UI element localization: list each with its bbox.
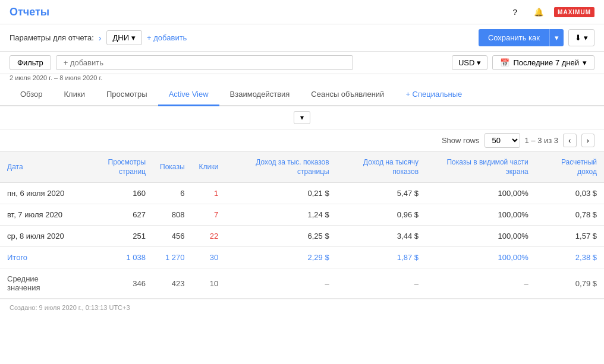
cell-pageviews-1: 160 — [76, 183, 153, 204]
date-range-subtitle: 2 июля 2020 г. – 8 июля 2020 г. — [0, 74, 604, 84]
cell-avg-viewable: – — [426, 268, 536, 299]
top-bar-icons: ? 🔔 МAXIMUM — [507, 4, 594, 20]
filter-input[interactable] — [56, 55, 353, 70]
date-range-dropdown-icon: ▾ — [583, 58, 587, 67]
tab-special[interactable]: + Специальные — [397, 84, 470, 106]
show-rows-label: Show rows — [442, 136, 480, 145]
cell-total-label: Итого — [0, 247, 76, 268]
notifications-button[interactable]: 🔔 — [530, 4, 547, 20]
bell-icon: 🔔 — [534, 8, 544, 17]
cell-pageviews-2: 627 — [76, 204, 153, 226]
filter-button[interactable]: Фильтр — [10, 55, 51, 70]
cell-viewable-2: 100,00% — [426, 204, 536, 226]
top-bar: Отчеты ? 🔔 МAXIMUM — [0, 0, 604, 24]
cell-rev-page-2: 1,24 $ — [225, 204, 336, 226]
save-btn-group: Сохранить как ▾ ⬇ ▾ — [479, 29, 594, 46]
col-header-est-revenue: Расчетный доход — [536, 152, 604, 183]
download-arrow-icon: ▾ — [584, 33, 588, 42]
table-avg-row: Средние значения 346 423 10 – – – 0,79 $ — [0, 268, 604, 299]
content-area: ▾ Show rows 50 100 200 1 – 3 из 3 ‹ › Да… — [0, 106, 604, 316]
cell-avg-rev-page: – — [225, 268, 336, 299]
cell-clicks-2: 7 — [192, 204, 226, 226]
tab-overview[interactable]: Обзор — [10, 84, 54, 106]
table-total-row: Итого 1 038 1 270 30 2,29 $ 1,87 $ 100,0… — [0, 247, 604, 268]
tab-ad-sessions[interactable]: Сеансы объявлений — [300, 84, 395, 106]
days-dropdown-icon: ▾ — [131, 33, 136, 42]
cell-total-rev-page: 2,29 $ — [225, 247, 336, 268]
chart-toggle-icon: ▾ — [300, 113, 304, 122]
cell-avg-rev-imp: – — [336, 268, 426, 299]
cell-pageviews-3: 251 — [76, 226, 153, 247]
tab-pageviews[interactable]: Просмотры — [96, 84, 158, 106]
cell-avg-pageviews: 346 — [76, 268, 153, 299]
cell-avg-clicks: 10 — [192, 268, 226, 299]
help-button[interactable]: ? — [507, 4, 523, 20]
currency-selector[interactable]: USD ▾ — [452, 55, 487, 70]
cell-impressions-3: 456 — [153, 226, 191, 247]
prev-page-button[interactable]: ‹ — [563, 134, 576, 147]
tab-clicks[interactable]: Клики — [54, 84, 96, 106]
cell-rev-imp-3: 3,44 $ — [336, 226, 426, 247]
cell-clicks-3: 22 — [192, 226, 226, 247]
cell-total-clicks: 30 — [192, 247, 226, 268]
cell-date-1: пн, 6 июля 2020 — [0, 183, 76, 204]
cell-total-viewable: 100,00% — [426, 247, 536, 268]
currency-label: USD — [458, 58, 474, 67]
help-icon: ? — [512, 8, 517, 17]
save-as-dropdown-button[interactable]: ▾ — [549, 29, 564, 46]
cell-date-3: ср, 8 июля 2020 — [0, 226, 76, 247]
save-dropdown-icon: ▾ — [555, 33, 559, 42]
download-button[interactable]: ⬇ ▾ — [568, 29, 594, 46]
date-range-button[interactable]: 📅 Последние 7 дней ▾ — [492, 55, 594, 70]
filter-bar: Фильтр USD ▾ 📅 Последние 7 дней ▾ — [0, 52, 604, 74]
chart-toggle-button[interactable]: ▾ — [294, 111, 310, 124]
col-header-pageviews: Просмотры страниц — [76, 152, 153, 183]
cell-clicks-1: 1 — [192, 183, 226, 204]
table-row: ср, 8 июля 2020 251 456 22 6,25 $ 3,44 $… — [0, 226, 604, 247]
pagination-info: 1 – 3 из 3 — [525, 136, 559, 145]
cell-avg-est-rev: 0,79 $ — [536, 268, 604, 299]
created-timestamp: Создано: 9 июля 2020 г., 0:13:13 UTC+3 — [10, 304, 130, 311]
cell-viewable-3: 100,00% — [426, 226, 536, 247]
col-header-impressions: Показы — [153, 152, 191, 183]
add-dimension-link[interactable]: + добавить — [147, 33, 187, 42]
col-header-clicks: Клики — [192, 152, 226, 183]
data-table: Дата Просмотры страниц Показы Клики Дохо… — [0, 151, 604, 299]
show-rows-select[interactable]: 50 100 200 — [485, 133, 520, 148]
days-label: ДНИ — [113, 33, 130, 42]
calendar-icon: 📅 — [500, 58, 509, 67]
table-controls: Show rows 50 100 200 1 – 3 из 3 ‹ › — [0, 129, 604, 151]
params-bar: Параметры для отчета: › ДНИ ▾ + добавить… — [0, 24, 604, 52]
cell-est-rev-1: 0,03 $ — [536, 183, 604, 204]
cell-total-rev-imp: 1,87 $ — [336, 247, 426, 268]
cell-total-impressions: 1 270 — [153, 247, 191, 268]
tab-interactions[interactable]: Взаимодействия — [219, 84, 301, 106]
cell-avg-label: Средние значения — [0, 268, 76, 299]
col-header-viewable-pct: Показы в видимой части экрана — [426, 152, 536, 183]
next-page-icon: › — [587, 136, 589, 145]
cell-rev-imp-2: 0,96 $ — [336, 204, 426, 226]
col-header-rev-per-1k-imp: Доход на тысячу показов — [336, 152, 426, 183]
next-page-button[interactable]: › — [581, 134, 594, 147]
tab-active-view[interactable]: Active View — [158, 84, 219, 106]
prev-page-icon: ‹ — [568, 136, 571, 145]
save-as-button[interactable]: Сохранить как — [479, 29, 549, 46]
cell-est-rev-2: 0,78 $ — [536, 204, 604, 226]
col-header-rev-per-1k-page: Доход за тыс. показов страницы — [225, 152, 336, 183]
table-row: вт, 7 июля 2020 627 808 7 1,24 $ 0,96 $ … — [0, 204, 604, 226]
brand-logo: МAXIMUM — [554, 7, 594, 17]
days-button[interactable]: ДНИ ▾ — [106, 30, 143, 45]
currency-dropdown-icon: ▾ — [477, 58, 481, 67]
date-range-label: Последние 7 дней — [513, 58, 579, 67]
cell-total-est-rev: 2,38 $ — [536, 247, 604, 268]
filter-right: USD ▾ 📅 Последние 7 дней ▾ — [452, 55, 594, 70]
table-row: пн, 6 июля 2020 160 6 1 0,21 $ 5,47 $ 10… — [0, 183, 604, 204]
footer: Создано: 9 июля 2020 г., 0:13:13 UTC+3 — [0, 299, 604, 316]
cell-total-pageviews: 1 038 — [76, 247, 153, 268]
cell-avg-impressions: 423 — [153, 268, 191, 299]
download-icon: ⬇ — [575, 33, 581, 42]
params-arrow[interactable]: › — [99, 33, 102, 43]
cell-rev-imp-1: 5,47 $ — [336, 183, 426, 204]
cell-impressions-1: 6 — [153, 183, 191, 204]
params-label: Параметры для отчета: — [10, 33, 94, 42]
